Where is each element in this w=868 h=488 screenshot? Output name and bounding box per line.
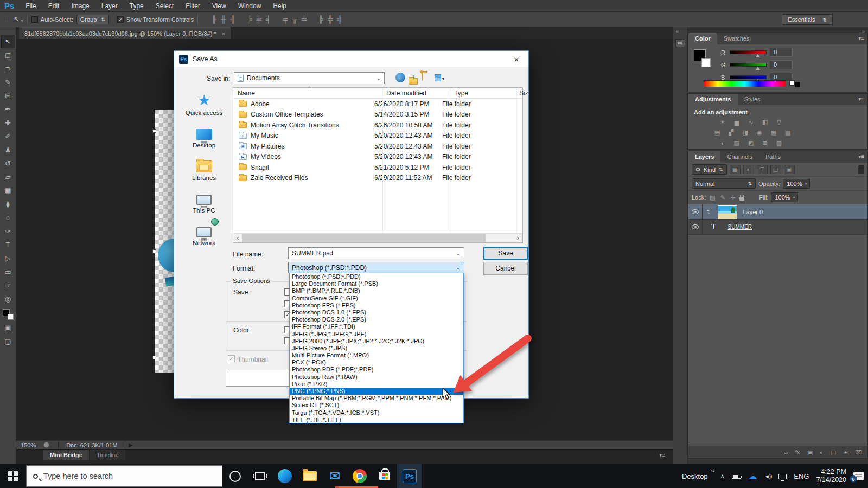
black-swatch[interactable]	[795, 82, 800, 87]
lock-position-icon[interactable]: ✛	[729, 193, 737, 202]
start-button[interactable]	[0, 464, 26, 488]
filter-smart-objects-icon[interactable]: ▣	[784, 165, 795, 174]
menu-item[interactable]: Edit	[42, 0, 66, 12]
blue-slider[interactable]	[730, 75, 767, 79]
history-brush-tool[interactable]: ↺	[1, 157, 15, 170]
red-slider[interactable]	[730, 50, 767, 54]
invert-icon[interactable]: ◐	[717, 138, 729, 147]
layer-mask-icon[interactable]: ▣	[807, 449, 813, 456]
eyedropper-tool[interactable]: ✒	[1, 102, 15, 116]
back-button[interactable]: ←	[395, 73, 405, 82]
gradient-map-icon[interactable]: ▥	[773, 138, 785, 147]
column-name[interactable]: Name	[238, 89, 255, 97]
up-one-level-button[interactable]: ↑	[409, 73, 418, 82]
photo-filter-icon[interactable]: ◉	[754, 128, 765, 137]
thumbnail-checkbox[interactable]	[228, 355, 235, 362]
transparent-canvas[interactable]	[155, 110, 176, 373]
layer-filter-kind-dropdown[interactable]: Kind ⇅	[692, 164, 727, 175]
format-option[interactable]: IFF Format (*.IFF;*.TDI)	[290, 323, 463, 330]
color-lookup-icon[interactable]: ▩	[782, 128, 794, 137]
scroll-left-icon[interactable]: ‹	[233, 234, 242, 242]
sidebar-item-this-pc[interactable]: This PC	[180, 188, 228, 214]
align-left-edges-icon[interactable]: ╟	[209, 15, 219, 23]
layer-visibility-icon[interactable]	[692, 209, 699, 214]
tab-mini-bridge[interactable]: Mini Bridge	[43, 450, 89, 460]
Custom Office Templates[interactable]: Custom Office Templates 5/14/2020 3:15 P…	[233, 110, 522, 120]
layer-visibility-icon[interactable]	[692, 224, 699, 229]
white-swatch[interactable]	[789, 80, 795, 86]
distribute-v-icon[interactable]: ╥	[290, 15, 299, 23]
chevron-down-icon[interactable]: ▾	[21, 18, 23, 23]
chevron-down-icon[interactable]: ▾	[805, 181, 807, 186]
menu-item[interactable]: Help	[267, 0, 292, 12]
screen-mode-button[interactable]: ▢	[1, 335, 15, 348]
photoshop-taskbar-button[interactable]: Ps	[397, 464, 422, 488]
tab-layers[interactable]: Layers	[688, 151, 720, 163]
foreground-background-swatches[interactable]	[3, 309, 14, 320]
gradient-tool[interactable]: ▦	[1, 184, 15, 197]
status-flyout-icon[interactable]: ▶	[129, 442, 133, 448]
desktop-toolbar[interactable]: Desktop »	[682, 472, 708, 480]
align-h-centers-icon[interactable]: ╫	[219, 15, 228, 23]
lock-transparency-icon[interactable]: ▨	[709, 193, 716, 202]
format-option[interactable]: Targa (*.TGA;*.VDA;*.ICB;*.VST)	[290, 409, 463, 416]
exposure-icon[interactable]: ◧	[759, 118, 771, 127]
blend-mode-dropdown[interactable]: Normal ⇅	[692, 178, 756, 189]
Zalo Received Files[interactable]: Zalo Received Files 6/29/2020 11:52 AM F…	[233, 173, 522, 184]
posterize-icon[interactable]: ▨	[731, 138, 743, 147]
filter-pixel-layers-icon[interactable]: ▦	[730, 165, 741, 174]
move-tool[interactable]: ↖	[1, 35, 15, 48]
collapse-dock-icon[interactable]: «	[676, 29, 679, 34]
battery-icon[interactable]	[732, 474, 741, 479]
My Pictures[interactable]: ▣ My Pictures 5/20/2020 12:43 AM File fo…	[233, 141, 522, 152]
transform-handle[interactable]	[152, 249, 156, 253]
menu-item[interactable]: Image	[65, 0, 95, 12]
new-group-icon[interactable]: ▢	[831, 449, 836, 456]
docked-panel-icon[interactable]	[675, 39, 685, 47]
zoom-tool[interactable]: ◎	[1, 292, 15, 306]
distribute-top-icon[interactable]: ╤	[280, 15, 290, 23]
view-menu-button[interactable]: ▾	[435, 73, 444, 82]
type-tool[interactable]: T	[1, 238, 15, 252]
filter-adjustment-layers-icon[interactable]: ◐	[743, 165, 754, 174]
new-folder-button[interactable]: ✱	[422, 73, 431, 82]
layer-thumbnail[interactable]	[718, 205, 737, 219]
opacity-field[interactable]: 100% ▾	[783, 179, 809, 189]
close-tab-icon[interactable]: ×	[222, 28, 225, 40]
expand-dock-icon[interactable]: »	[862, 29, 865, 34]
format-option[interactable]: Large Document Format (*.PSB)	[290, 280, 463, 287]
file-explorer-button[interactable]	[297, 464, 322, 488]
delete-layer-icon[interactable]: ⌧	[855, 449, 862, 456]
slider-thumb[interactable]	[756, 67, 760, 70]
selective-color-icon[interactable]: ⊠	[759, 138, 771, 147]
My Music[interactable]: ♪ My Music 5/20/2020 12:43 AM File folde…	[233, 131, 522, 142]
brightness-contrast-icon[interactable]: ☀	[717, 118, 729, 127]
My Videos[interactable]: ▶ My Videos 5/20/2020 12:43 AM File fold…	[233, 152, 522, 163]
store-button[interactable]	[372, 464, 397, 488]
background-color-swatch[interactable]	[8, 314, 14, 320]
menu-item[interactable]: File	[20, 0, 42, 12]
panel-menu-icon[interactable]: ▾≡	[858, 153, 864, 159]
red-value-field[interactable]: 0	[770, 48, 793, 57]
sidebar-item-desktop[interactable]: Desktop	[180, 123, 228, 149]
healing-brush-tool[interactable]: ✚	[1, 116, 15, 130]
tab-paths[interactable]: Paths	[759, 151, 787, 163]
distribute-h-icon[interactable]: ╬	[326, 15, 335, 23]
eraser-tool[interactable]: ▱	[1, 170, 15, 184]
filter-type-layers-icon[interactable]: T	[757, 165, 768, 174]
threshold-icon[interactable]: ◩	[745, 138, 757, 147]
pen-tool[interactable]: ✑	[1, 224, 15, 238]
filter-toggle[interactable]	[858, 165, 864, 174]
show-transform-checkbox[interactable]: ✓	[117, 16, 124, 23]
menu-item[interactable]: Filter	[180, 0, 206, 12]
taskbar-clock[interactable]: 4:22 PM 7/14/2020	[816, 468, 846, 484]
Adobe[interactable]: Adobe 6/26/2020 8:17 PM File folder	[233, 99, 522, 110]
marquee-tool[interactable]: ◻	[1, 48, 15, 62]
menu-item[interactable]: Select	[150, 0, 180, 12]
sidebar-item-libraries[interactable]: Libraries	[180, 155, 228, 181]
sidebar-item-quick-access[interactable]: ★ Quick access	[180, 90, 228, 116]
quick-mask-button[interactable]: ▣	[1, 321, 15, 335]
align-top-edges-icon[interactable]: ╞	[245, 15, 254, 23]
format-dropdown[interactable]: Photoshop (*.PSD;*.PDD) ⌄	[288, 262, 464, 273]
green-slider[interactable]	[730, 63, 767, 67]
